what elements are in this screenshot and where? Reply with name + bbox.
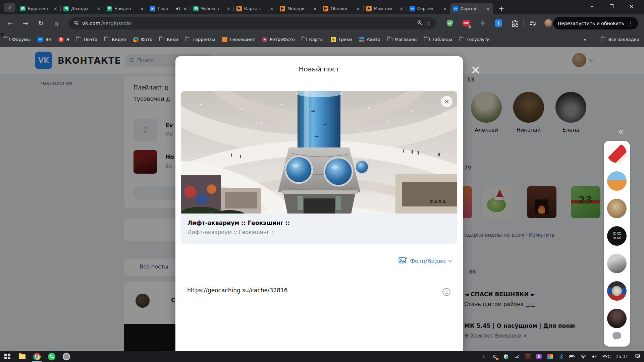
language-indicator[interactable]: РУС	[602, 354, 611, 359]
volume-icon[interactable]	[591, 354, 597, 360]
photo-video-button[interactable]: Фото/Видео	[398, 256, 451, 266]
bookmark-geocaching[interactable]: Геокешинг	[222, 37, 255, 42]
all-bookmarks-button[interactable]: Все закладки	[601, 37, 640, 42]
colorstar-extension-icon[interactable]	[478, 19, 487, 27]
clock[interactable]: 15:31	[616, 354, 628, 359]
bluetooth-icon[interactable]	[558, 354, 564, 360]
screenshot-app-button[interactable]	[59, 351, 74, 362]
window-close-button[interactable]: ×	[624, 0, 639, 12]
notification-center-icon[interactable]	[635, 354, 641, 360]
tune-icon[interactable]	[73, 20, 79, 27]
tray-expand-icon[interactable]: ∧	[481, 354, 487, 360]
rail-avatar-6[interactable]	[607, 281, 627, 301]
sync-icon[interactable]: ↻	[492, 354, 498, 360]
bookmark-retrofoto[interactable]: ★РетроФото	[262, 37, 294, 42]
tab-close-icon[interactable]: ×	[312, 6, 318, 11]
profile-avatar[interactable]	[544, 19, 553, 27]
whatsapp-button[interactable]	[44, 351, 59, 362]
emoji-icon[interactable]	[442, 288, 451, 298]
bookmark-video[interactable]: Видео	[104, 37, 126, 42]
battery-icon	[569, 354, 575, 360]
reload-button[interactable]: ↻	[36, 18, 46, 28]
purple-app-icon[interactable]	[536, 354, 542, 360]
attached-photo[interactable]: ZARA	[181, 91, 457, 214]
address-bar[interactable]: vk.com/sergiussolo ☆	[69, 17, 436, 29]
remove-attachment-button[interactable]: ×	[441, 96, 452, 107]
tab-karta[interactable]: Карта ::×	[234, 3, 277, 14]
folder-icon	[302, 38, 307, 41]
chrome-button[interactable]	[30, 351, 44, 362]
rail-avatar-7[interactable]	[607, 309, 627, 328]
savefrom-download-icon[interactable]: ↓	[494, 19, 503, 27]
messages-bubble-icon[interactable]	[612, 331, 622, 342]
rail-avatar-orthodox[interactable]: ІС ХСНІ КА	[607, 226, 627, 246]
bookmark-magaziny[interactable]: Магазины	[387, 37, 418, 42]
tab-budapesh[interactable]: Будапеш×	[17, 3, 61, 14]
tab-nayden[interactable]: Найден×	[104, 3, 147, 14]
zoom-icon[interactable]	[417, 20, 423, 27]
tab-moi-tay[interactable]: Мои тай×	[364, 3, 407, 14]
wifi-icon[interactable]	[580, 354, 586, 360]
modal-close-button[interactable]: ×	[468, 63, 483, 78]
back-button[interactable]: ←	[5, 18, 15, 28]
bookmark-viki[interactable]: Вики	[159, 37, 178, 42]
rail-avatar-1[interactable]	[607, 143, 627, 163]
bookmark-vk[interactable]: VKВК	[38, 37, 51, 42]
bookmark-forumy[interactable]: Форумы	[5, 37, 31, 42]
window-minimize-button[interactable]: –	[584, 0, 600, 12]
adguard-extension-icon[interactable]	[445, 19, 454, 27]
rail-avatar-3[interactable]	[607, 199, 627, 218]
tab-glav-video[interactable]: ▶Глав×	[147, 3, 191, 14]
window-maximize-button[interactable]	[604, 0, 619, 12]
home-button[interactable]: ⌂	[51, 18, 62, 28]
bookmark-treki[interactable]: ⚙Треки	[331, 37, 352, 42]
bookmarks-overflow-button[interactable]: »	[583, 36, 587, 43]
tab-search-button[interactable]: ∨	[4, 3, 15, 12]
collapse-rail-icon[interactable]: «	[618, 125, 624, 137]
browser-menu-kebab-icon[interactable]: ⋮	[628, 20, 633, 26]
link-snippet[interactable]: Лифт-аквариум :: Геокэшинг :: Лифт-аквар…	[181, 214, 457, 244]
start-button[interactable]	[0, 351, 15, 362]
colorful-app-icon[interactable]	[547, 354, 553, 360]
tab-sergey-1[interactable]: VKСергей×	[407, 3, 450, 14]
tab-close-icon[interactable]: ×	[442, 6, 447, 11]
bookmark-torrenty[interactable]: Торренты	[185, 37, 215, 42]
tab-close-icon[interactable]: ×	[399, 6, 404, 11]
bookmark-avito[interactable]: Авито	[359, 37, 380, 42]
bookmark-gosuslugi[interactable]: Госуслуги	[459, 37, 490, 42]
tab-close-icon[interactable]: ×	[182, 6, 188, 11]
tab-audio-icon[interactable]	[175, 6, 180, 11]
relaunch-update-button[interactable]: Перезапустить и обновить ⋮	[553, 17, 638, 29]
forward-button[interactable]: →	[20, 18, 31, 28]
tab-close-icon[interactable]: ×	[139, 6, 145, 11]
tab-close-icon[interactable]: ×	[356, 6, 361, 11]
tab-close-icon[interactable]: ×	[53, 6, 58, 11]
tab-close-icon[interactable]: ×	[96, 6, 101, 11]
tab-cheboksa[interactable]: Чебокса×	[191, 3, 234, 14]
bookmark-yandex[interactable]: ЯЯ	[58, 37, 69, 42]
tab-obnovl[interactable]: Обновл×	[320, 3, 364, 14]
bookmark-star-icon[interactable]: ☆	[426, 20, 432, 27]
post-text-input[interactable]: https://geocaching.su/cache/32816	[187, 287, 288, 294]
rail-avatar-2[interactable]	[607, 171, 627, 191]
rail-avatar-5[interactable]	[607, 254, 627, 273]
tab-close-icon[interactable]: ×	[269, 6, 274, 11]
new-post-modal: Новый пост	[175, 56, 463, 351]
abp-extension-icon[interactable]: ABP3	[462, 19, 471, 27]
new-tab-button[interactable]: +	[496, 3, 506, 13]
bookmark-foto[interactable]: Фото	[133, 37, 153, 42]
bookmark-karty[interactable]: Карты	[302, 37, 323, 42]
playlist-icon[interactable]	[529, 19, 537, 27]
tab-sergey-active[interactable]: VKСергей×	[450, 3, 493, 14]
tab-moderi[interactable]: Модери×	[277, 3, 320, 14]
extensions-puzzle-icon[interactable]	[511, 19, 519, 27]
tab-dohody[interactable]: Доходы×	[61, 3, 104, 14]
onedrive-icon[interactable]: ☁	[514, 354, 520, 360]
red-x-app-icon[interactable]: ×	[525, 354, 531, 360]
file-explorer-button[interactable]	[15, 351, 30, 362]
tab-close-icon[interactable]: ×	[485, 6, 491, 11]
bookmark-pochta[interactable]: Почта	[76, 37, 97, 42]
bookmark-tablicy[interactable]: Таблицы	[425, 37, 452, 42]
defender-icon[interactable]	[503, 354, 509, 360]
tab-close-icon[interactable]: ×	[226, 6, 231, 11]
